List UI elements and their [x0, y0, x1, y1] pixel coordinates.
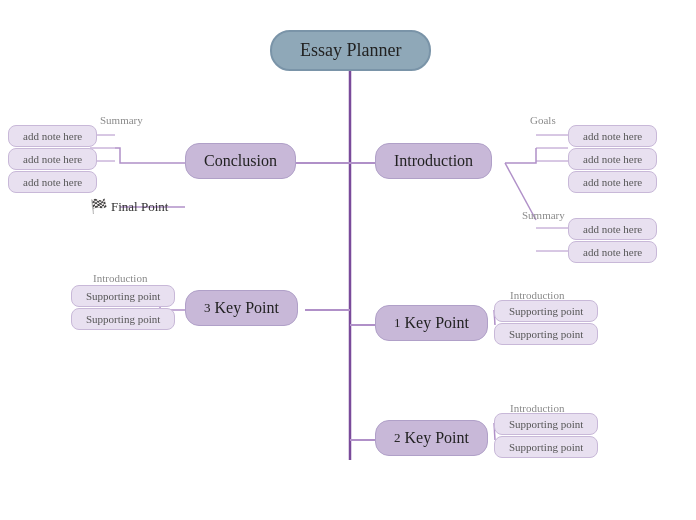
introduction-node[interactable]: Introduction [375, 143, 492, 179]
conclusion-summary-label: Summary [100, 110, 143, 128]
kp2-point-2[interactable]: Supporting point [494, 436, 598, 458]
intro-goals-note-2[interactable]: add note here [568, 148, 657, 170]
intro-goals-label: Goals [530, 110, 556, 128]
keypoint3-label: 3 Key Point [185, 290, 298, 326]
kp2-point-1[interactable]: Supporting point [494, 413, 598, 435]
intro-goals-note-3[interactable]: add note here [568, 171, 657, 193]
conclusion-label: Conclusion [185, 143, 296, 179]
intro-summary-label: Summary [522, 205, 565, 223]
final-point-node: 🏁 Final Point [90, 197, 168, 215]
keypoint1-node[interactable]: 1 Key Point [375, 305, 488, 341]
kp3-point-2[interactable]: Supporting point [71, 308, 175, 330]
kp3-point-1[interactable]: Supporting point [71, 285, 175, 307]
intro-goals-note-1[interactable]: add note here [568, 125, 657, 147]
keypoint3-node[interactable]: 3 Key Point [185, 290, 298, 326]
conclusion-note-3[interactable]: add note here [8, 171, 97, 193]
kp1-point-2[interactable]: Supporting point [494, 323, 598, 345]
intro-summary-note-1[interactable]: add note here [568, 218, 657, 240]
intro-summary-note-2[interactable]: add note here [568, 241, 657, 263]
main-title: Essay Planner [270, 30, 431, 71]
conclusion-note-1[interactable]: add note here [8, 125, 97, 147]
keypoint1-label: 1 Key Point [375, 305, 488, 341]
introduction-label: Introduction [375, 143, 492, 179]
kp3-intro-label: Introduction [93, 268, 147, 286]
kp1-point-1[interactable]: Supporting point [494, 300, 598, 322]
keypoint2-node[interactable]: 2 Key Point [375, 420, 488, 456]
keypoint2-label: 2 Key Point [375, 420, 488, 456]
main-title-node: Essay Planner [270, 30, 431, 71]
conclusion-node[interactable]: Conclusion [185, 143, 296, 179]
flag-icon: 🏁 [90, 199, 107, 214]
conclusion-note-2[interactable]: add note here [8, 148, 97, 170]
